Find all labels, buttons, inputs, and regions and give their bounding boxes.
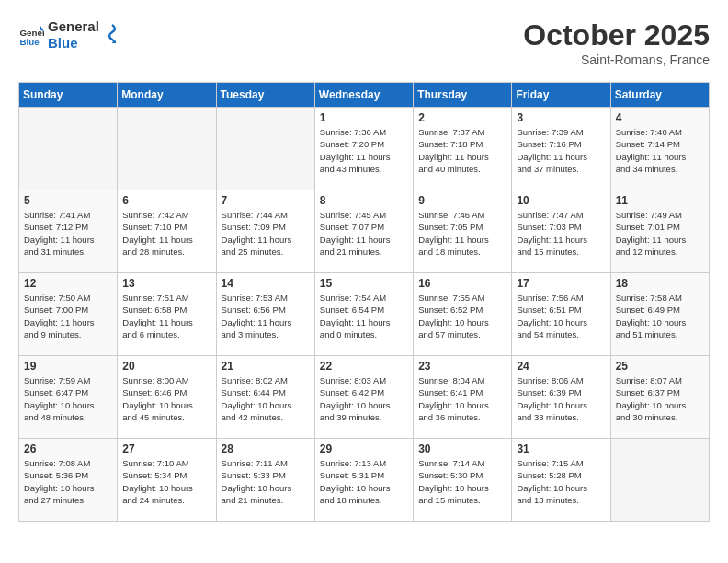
day-info: Sunrise: 7:39 AM Sunset: 7:16 PM Dayligh… (517, 126, 605, 175)
calendar-cell: 31Sunrise: 7:15 AM Sunset: 5:28 PM Dayli… (512, 439, 610, 522)
calendar-cell: 26Sunrise: 7:08 AM Sunset: 5:36 PM Dayli… (19, 439, 118, 522)
day-info: Sunrise: 7:40 AM Sunset: 7:14 PM Dayligh… (616, 126, 704, 175)
weekday-header: Monday (118, 83, 216, 108)
calendar-cell: 3Sunrise: 7:39 AM Sunset: 7:16 PM Daylig… (512, 108, 610, 190)
day-number: 9 (418, 194, 506, 207)
calendar-week-row: 12Sunrise: 7:50 AM Sunset: 7:00 PM Dayli… (19, 273, 710, 356)
calendar-body: 1Sunrise: 7:36 AM Sunset: 7:20 PM Daylig… (19, 108, 710, 522)
day-number: 4 (616, 111, 704, 124)
calendar-cell: 4Sunrise: 7:40 AM Sunset: 7:14 PM Daylig… (610, 108, 709, 190)
day-number: 7 (222, 194, 310, 207)
day-number: 19 (24, 360, 112, 373)
calendar-cell: 7Sunrise: 7:44 AM Sunset: 7:09 PM Daylig… (216, 190, 314, 273)
calendar-cell: 16Sunrise: 7:55 AM Sunset: 6:52 PM Dayli… (414, 273, 512, 356)
calendar-cell: 2Sunrise: 7:37 AM Sunset: 7:18 PM Daylig… (414, 108, 512, 190)
day-info: Sunrise: 8:00 AM Sunset: 6:46 PM Dayligh… (122, 374, 210, 423)
day-info: Sunrise: 7:54 AM Sunset: 6:54 PM Dayligh… (320, 292, 408, 340)
logo-general: General (48, 18, 99, 35)
day-number: 6 (122, 194, 210, 207)
calendar-cell: 28Sunrise: 7:11 AM Sunset: 5:33 PM Dayli… (216, 439, 314, 522)
day-info: Sunrise: 7:08 AM Sunset: 5:36 PM Dayligh… (24, 457, 112, 506)
day-number: 27 (122, 442, 210, 455)
calendar-cell: 1Sunrise: 7:36 AM Sunset: 7:20 PM Daylig… (314, 108, 413, 190)
calendar-cell: 21Sunrise: 8:02 AM Sunset: 6:44 PM Dayli… (216, 356, 314, 439)
day-number: 11 (616, 194, 704, 207)
day-number: 17 (517, 277, 605, 290)
day-number: 5 (24, 194, 112, 207)
day-number: 24 (517, 360, 605, 373)
calendar-cell (216, 108, 314, 190)
calendar-cell: 30Sunrise: 7:14 AM Sunset: 5:30 PM Dayli… (414, 439, 512, 522)
day-info: Sunrise: 7:50 AM Sunset: 7:00 PM Dayligh… (24, 292, 112, 340)
day-number: 16 (418, 277, 506, 290)
day-number: 26 (24, 442, 112, 455)
day-number: 31 (517, 442, 605, 455)
day-info: Sunrise: 7:42 AM Sunset: 7:10 PM Dayligh… (122, 209, 210, 258)
day-info: Sunrise: 7:44 AM Sunset: 7:09 PM Dayligh… (222, 209, 310, 258)
day-number: 8 (320, 194, 408, 207)
day-number: 13 (122, 277, 210, 290)
calendar-cell: 13Sunrise: 7:51 AM Sunset: 6:58 PM Dayli… (118, 273, 216, 356)
day-info: Sunrise: 7:55 AM Sunset: 6:52 PM Dayligh… (418, 292, 506, 340)
day-number: 25 (616, 360, 704, 373)
calendar-table: SundayMondayTuesdayWednesdayThursdayFrid… (18, 82, 710, 522)
day-number: 22 (320, 360, 408, 373)
day-number: 21 (222, 360, 310, 373)
day-number: 3 (517, 111, 605, 124)
calendar-week-row: 1Sunrise: 7:36 AM Sunset: 7:20 PM Daylig… (19, 108, 710, 190)
day-number: 14 (222, 277, 310, 290)
calendar-cell (19, 108, 118, 190)
day-info: Sunrise: 8:04 AM Sunset: 6:41 PM Dayligh… (418, 374, 506, 423)
month-title: October 2025 (523, 18, 710, 52)
weekday-header: Friday (512, 83, 610, 108)
day-info: Sunrise: 7:36 AM Sunset: 7:20 PM Dayligh… (320, 126, 408, 175)
calendar-cell: 19Sunrise: 7:59 AM Sunset: 6:47 PM Dayli… (19, 356, 118, 439)
calendar-cell: 23Sunrise: 8:04 AM Sunset: 6:41 PM Dayli… (414, 356, 512, 439)
day-number: 28 (222, 442, 310, 455)
calendar-cell: 29Sunrise: 7:13 AM Sunset: 5:31 PM Dayli… (314, 439, 413, 522)
weekday-header: Tuesday (216, 83, 314, 108)
calendar-cell: 18Sunrise: 7:58 AM Sunset: 6:49 PM Dayli… (610, 273, 709, 356)
day-info: Sunrise: 7:47 AM Sunset: 7:03 PM Dayligh… (517, 209, 605, 258)
logo-icon: General Blue (18, 22, 44, 48)
day-number: 29 (320, 442, 408, 455)
calendar-cell: 20Sunrise: 8:00 AM Sunset: 6:46 PM Dayli… (118, 356, 216, 439)
calendar-cell: 27Sunrise: 7:10 AM Sunset: 5:34 PM Dayli… (118, 439, 216, 522)
location: Saint-Romans, France (523, 52, 710, 67)
calendar-header-row: SundayMondayTuesdayWednesdayThursdayFrid… (19, 83, 710, 108)
logo-blue: Blue (48, 35, 99, 52)
calendar-cell: 15Sunrise: 7:54 AM Sunset: 6:54 PM Dayli… (314, 273, 413, 356)
calendar-cell: 6Sunrise: 7:42 AM Sunset: 7:10 PM Daylig… (118, 190, 216, 273)
day-info: Sunrise: 8:06 AM Sunset: 6:39 PM Dayligh… (517, 374, 605, 423)
day-number: 20 (122, 360, 210, 373)
day-info: Sunrise: 7:56 AM Sunset: 6:51 PM Dayligh… (517, 292, 605, 340)
svg-text:Blue: Blue (19, 37, 40, 47)
page-header: General Blue General Blue October 2025 S… (18, 18, 710, 67)
calendar-cell: 10Sunrise: 7:47 AM Sunset: 7:03 PM Dayli… (512, 190, 610, 273)
calendar-cell: 17Sunrise: 7:56 AM Sunset: 6:51 PM Dayli… (512, 273, 610, 356)
day-info: Sunrise: 7:45 AM Sunset: 7:07 PM Dayligh… (320, 209, 408, 258)
calendar-cell: 8Sunrise: 7:45 AM Sunset: 7:07 PM Daylig… (314, 190, 413, 273)
day-info: Sunrise: 7:51 AM Sunset: 6:58 PM Dayligh… (122, 292, 210, 340)
day-number: 2 (418, 111, 506, 124)
calendar-week-row: 5Sunrise: 7:41 AM Sunset: 7:12 PM Daylig… (19, 190, 710, 273)
weekday-header: Sunday (19, 83, 118, 108)
day-info: Sunrise: 7:46 AM Sunset: 7:05 PM Dayligh… (418, 209, 506, 258)
day-info: Sunrise: 7:14 AM Sunset: 5:30 PM Dayligh… (418, 457, 506, 506)
calendar-cell: 14Sunrise: 7:53 AM Sunset: 6:56 PM Dayli… (216, 273, 314, 356)
day-info: Sunrise: 7:53 AM Sunset: 6:56 PM Dayligh… (222, 292, 310, 340)
day-info: Sunrise: 8:02 AM Sunset: 6:44 PM Dayligh… (222, 374, 310, 423)
day-info: Sunrise: 7:13 AM Sunset: 5:31 PM Dayligh… (320, 457, 408, 506)
calendar-week-row: 19Sunrise: 7:59 AM Sunset: 6:47 PM Dayli… (19, 356, 710, 439)
title-block: October 2025 Saint-Romans, France (523, 18, 710, 67)
calendar-week-row: 26Sunrise: 7:08 AM Sunset: 5:36 PM Dayli… (19, 439, 710, 522)
calendar-cell: 11Sunrise: 7:49 AM Sunset: 7:01 PM Dayli… (610, 190, 709, 273)
day-number: 18 (616, 277, 704, 290)
day-number: 10 (517, 194, 605, 207)
day-number: 30 (418, 442, 506, 455)
weekday-header: Saturday (610, 83, 709, 108)
calendar-cell (610, 439, 709, 522)
day-info: Sunrise: 8:07 AM Sunset: 6:37 PM Dayligh… (616, 374, 704, 423)
calendar-cell: 12Sunrise: 7:50 AM Sunset: 7:00 PM Dayli… (19, 273, 118, 356)
day-info: Sunrise: 7:41 AM Sunset: 7:12 PM Dayligh… (24, 209, 112, 258)
